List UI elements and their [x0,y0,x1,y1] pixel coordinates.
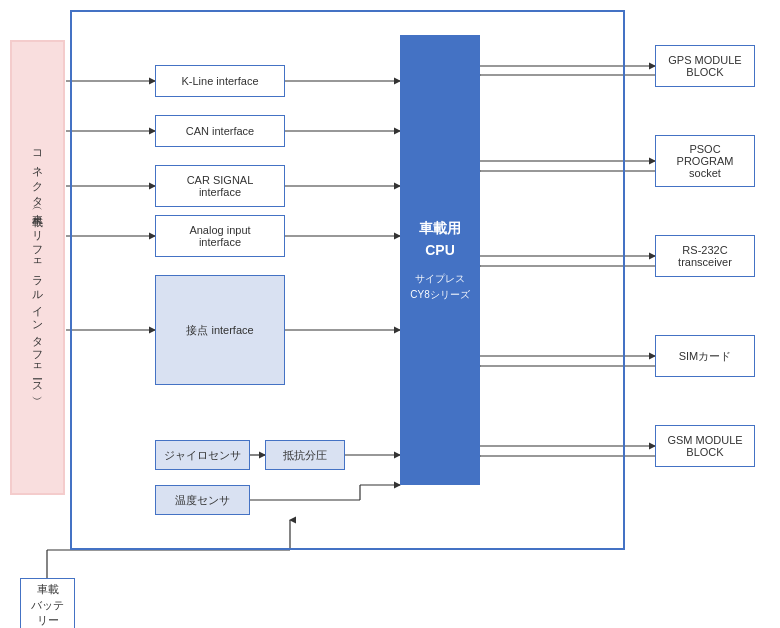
k-line-interface-box: K-Line interface [155,65,285,97]
cpu-box: 車載用 CPU サイプレス CY8シリーズ [400,35,480,485]
sim-label: SIMカード [679,349,732,364]
contact-interface-box: 接点 interface [155,275,285,385]
gsm-label: GSM MODULE BLOCK [667,434,742,458]
temp-label: 温度センサ [175,493,230,508]
battery-box: 車載 バッテ リー [20,578,75,628]
rs232-module-box: RS-232C transceiver [655,235,755,277]
analog-interface-box: Analog input interface [155,215,285,257]
cpu-title: 車載用 CPU [419,217,461,262]
cpu-subtitle: サイプレス CY8シリーズ [410,271,469,303]
connector-label: コネクタ（車載ペリフェラルインタフェース） [30,143,45,392]
can-label: CAN interface [186,125,254,137]
psoc-module-box: PSOC PROGRAM socket [655,135,755,187]
gyro-sensor-box: ジャイロセンサ [155,440,250,470]
battery-label: 車載 バッテ リー [31,582,64,628]
resist-label: 抵抗分圧 [283,448,327,463]
gyro-label: ジャイロセンサ [164,448,241,463]
sim-module-box: SIMカード [655,335,755,377]
main-box [70,10,625,550]
gsm-module-box: GSM MODULE BLOCK [655,425,755,467]
analog-label: Analog input interface [189,224,250,248]
gps-label: GPS MODULE BLOCK [668,54,741,78]
resist-box: 抵抗分圧 [265,440,345,470]
connector-box: コネクタ（車載ペリフェラルインタフェース） [10,40,65,495]
car-signal-label: CAR SIGNAL interface [187,174,254,198]
contact-label: 接点 interface [186,323,253,338]
can-interface-box: CAN interface [155,115,285,147]
car-signal-interface-box: CAR SIGNAL interface [155,165,285,207]
k-line-label: K-Line interface [181,75,258,87]
temp-sensor-box: 温度センサ [155,485,250,515]
rs232-label: RS-232C transceiver [678,244,732,268]
gps-module-box: GPS MODULE BLOCK [655,45,755,87]
psoc-label: PSOC PROGRAM socket [677,143,734,179]
